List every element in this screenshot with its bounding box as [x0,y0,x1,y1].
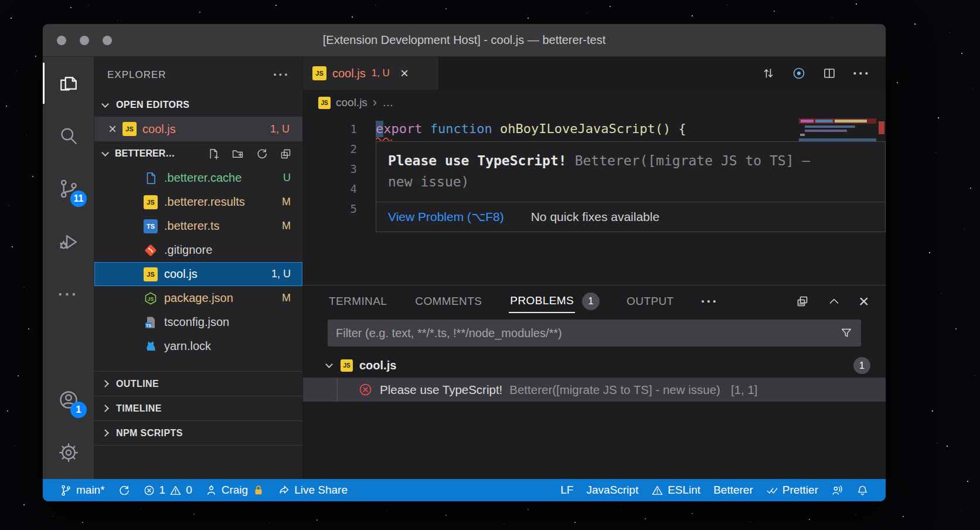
file-problems-count-badge: 1 [853,357,870,374]
file-name: package.json [164,291,233,305]
warning-triangle-icon [169,484,182,497]
activity-settings-button[interactable] [43,426,94,479]
file-name: .gitignore [164,243,212,257]
chevron-right-icon [101,405,109,412]
problems-filter-input[interactable] [336,327,840,340]
chevron-right-icon [101,380,109,388]
close-window-button[interactable] [57,36,66,45]
problem-row[interactable]: Please use TypeScript! Betterer([migrate… [303,378,886,402]
line-number: 4 [303,179,357,199]
editor-area: JS cool.js 1, U × ··· [303,57,886,479]
maximize-panel-icon[interactable] [827,294,841,308]
problems-status-item[interactable]: 1 0 [137,479,199,501]
file-row-betterer-cache[interactable]: .betterer.cache U [94,166,302,190]
tab-problems[interactable]: PROBLEMS 1 [509,290,600,313]
accessibility-status-item[interactable] [825,479,850,501]
file-row-yarn-lock[interactable]: yarn.lock [94,334,302,358]
tab-title: cool.js [332,67,366,80]
panel-actions: × [795,293,869,310]
activity-search-button[interactable] [43,110,94,162]
close-tab-icon[interactable]: × [400,65,409,81]
ellipsis-icon: ··· [58,286,79,304]
betterer-label: Betterer [713,484,753,497]
activity-source-control-button[interactable]: 11 [43,162,94,215]
tab-cool-js[interactable]: JS cool.js 1, U × [303,57,439,90]
traffic-lights [57,24,112,56]
split-editor-icon[interactable] [822,66,836,80]
problems-file-name: cool.js [359,359,396,372]
warning-count: 0 [186,484,192,497]
activity-run-debug-button[interactable] [43,215,94,268]
git-file-icon [144,243,158,257]
file-row-betterer-results[interactable]: JS .betterer.results M [94,190,302,214]
zoom-window-button[interactable] [103,36,112,45]
user-status-item[interactable]: Craig [199,479,271,501]
folder-actions [207,148,292,160]
tab-comments[interactable]: COMMENTS [414,290,483,312]
move-panel-icon[interactable] [795,294,809,308]
search-icon [58,125,79,147]
title-bar[interactable]: [Extension Development Host] - cool.js —… [43,24,886,57]
notifications-status-item[interactable] [850,479,875,501]
section-label: OUTLINE [116,379,159,389]
open-editor-item[interactable]: × JS cool.js 1, U [94,117,302,141]
git-branch-icon [60,484,72,497]
code-editor[interactable]: 1 export function ohBoyILoveJavaScript()… [303,115,886,285]
activity-explorer-button[interactable] [43,57,94,110]
filter-funnel-icon[interactable] [840,327,853,339]
file-row-package-json[interactable]: JS package.json M [94,286,302,310]
eol-status-item[interactable]: LF [554,479,580,501]
tab-terminal[interactable]: TERMINAL [328,290,388,312]
status-bar: main* 1 0 Craig [43,479,886,501]
svg-text:TS: TS [146,322,152,328]
collapse-all-icon[interactable] [280,148,292,160]
panel-tab-bar: TERMINAL COMMENTS PROBLEMS 1 OUTPUT ··· [303,286,886,317]
minimize-window-button[interactable] [80,36,89,45]
explorer-more-actions-button[interactable]: ··· [273,67,290,83]
breadcrumb-symbol[interactable]: … [382,96,393,109]
chevron-down-icon [101,149,109,157]
git-status-badge: U [283,172,291,184]
file-row-gitignore[interactable]: .gitignore [94,238,302,262]
breadcrumb[interactable]: JS cool.js › … [303,90,886,115]
gear-icon [58,442,79,463]
tab-output[interactable]: OUTPUT [625,290,675,312]
activity-accounts-button[interactable]: 1 [43,373,94,426]
js-file-icon: JS [144,195,158,209]
panel-more-tabs-icon[interactable]: ··· [701,293,719,310]
betterer-status-item[interactable]: Betterer [707,479,760,501]
file-row-tsconfig-json[interactable]: TS tsconfig.json [94,310,302,334]
prettier-status-item[interactable]: Prettier [760,479,825,501]
open-preview-icon[interactable] [792,66,806,80]
new-file-icon[interactable] [207,148,220,160]
problems-filter[interactable] [328,320,861,346]
file-row-betterer-ts[interactable]: TS .betterer.ts M [94,214,302,238]
problem-position: [1, 1] [731,383,758,397]
live-share-status-item[interactable]: Live Share [271,479,354,501]
workspace-folder-header[interactable]: BETTERER… [94,141,302,166]
file-row-cool-js[interactable]: JS cool.js 1, U [94,262,302,286]
branch-status-item[interactable]: main* [53,479,111,501]
activity-more-button[interactable]: ··· [43,268,94,321]
view-problem-link[interactable]: View Problem (⌥F8) [388,210,504,224]
close-editor-icon[interactable]: × [108,122,117,136]
sidebar-section-npm-scripts[interactable]: NPM SCRIPTS [94,421,302,446]
language-status-item[interactable]: JavaScript [580,479,645,501]
explorer-sidebar: EXPLORER ··· OPEN EDITORS × JS cool.js 1… [94,57,303,479]
sidebar-section-outline[interactable]: OUTLINE [94,372,302,396]
problems-file-row[interactable]: JS cool.js 1 [303,354,886,378]
breadcrumb-file[interactable]: cool.js [336,96,368,109]
editor-tab-bar: JS cool.js 1, U × ··· [303,57,886,90]
more-actions-icon[interactable]: ··· [853,65,870,81]
refresh-icon[interactable] [256,148,268,160]
sync-status-item[interactable] [111,479,137,501]
eslint-status-item[interactable]: ESLint [645,479,707,501]
workspace-folder-label: BETTERER… [115,148,175,159]
sidebar-section-timeline[interactable]: TIMELINE [94,396,302,421]
ts-file-icon: TS [144,219,158,233]
compare-changes-icon[interactable] [761,66,775,80]
close-panel-icon[interactable]: × [859,293,869,310]
accessibility-icon [831,484,843,497]
open-editors-section-header[interactable]: OPEN EDITORS [94,93,302,117]
new-folder-icon[interactable] [232,148,244,160]
